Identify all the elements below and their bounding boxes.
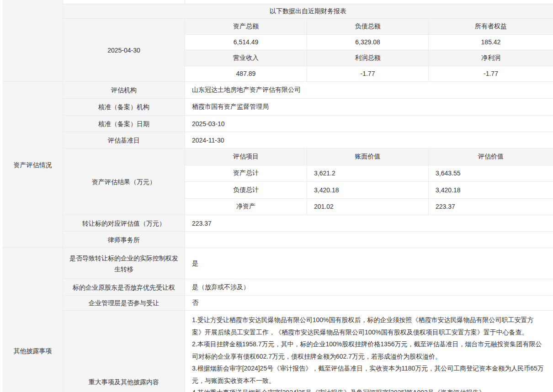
financial-value-row-1: 6,514.49 6,329.08 185.42: [185, 35, 553, 51]
disclosure-section: 其他披露事项 是否导致转让标的企业的实际控制权发生转移 是 标的企业原股东是否放…: [3, 248, 553, 392]
field-label-approval-agency: 核准（备案）机构: [63, 99, 185, 115]
financial-header-row-1: 资产总额 负债总额 所有者权益: [185, 19, 553, 35]
cell-total-profit: -1.77: [307, 66, 429, 82]
valuation-row-net-assets: 净资产 201.02 223.37: [185, 199, 553, 215]
major-disclosure-row: 重大事项及其他披露内容 1.受让方受让栖霞市安达民爆物品有限公司100%国有股权…: [63, 311, 553, 392]
valuation-subtable: 评估项目 账面价值 评估价值 资产总计 3,621.2 3,643.55 负债总…: [185, 148, 553, 215]
financial-group-cell: [3, 0, 63, 81]
field-value-base-date: 2024-11-30: [185, 132, 553, 148]
disclosure-item-3: 3.根据烟新会审字[2024]25号《审计报告》，截至评估基准日，实收资本为11…: [192, 362, 546, 387]
field-label-base-date: 评估基准日: [63, 132, 185, 148]
cell-revenue: 487.89: [185, 66, 307, 82]
field-row: 转让标的对应评估值（万元） 223.37: [63, 215, 553, 232]
field-row: 核准（备案）机构 栖霞市国有资产监督管理局: [63, 99, 553, 116]
col-header: 负债总额: [307, 19, 429, 34]
financial-section: 以下数据出自近期财务报表 2025-04-30 资产总额 负债总额 所有者权益 …: [3, 0, 553, 82]
field-row: 标的企业原股东是否放弃优先受让权 是（放弃或不涉及）: [63, 279, 553, 296]
field-value-preemptive-right: 是（放弃或不涉及）: [185, 279, 553, 295]
col-header: 评估价值: [429, 148, 553, 165]
cell-owner-equity: 185.42: [429, 35, 553, 50]
col-header: 营业收入: [185, 50, 307, 66]
field-label-target-value: 转让标的对应评估值（万元）: [63, 215, 185, 231]
financial-banner: 以下数据出自近期财务报表: [63, 4, 553, 19]
col-header: 净利润: [429, 50, 553, 66]
row-label: 资产总计: [185, 165, 307, 182]
field-value-management-participation: 否: [185, 296, 553, 310]
col-header: 利润总额: [307, 50, 429, 66]
valuation-header-row: 评估项目 账面价值 评估价值: [185, 148, 553, 165]
book-value: 3,621.2: [307, 165, 429, 182]
disclosure-group-label: 其他披露事项: [3, 248, 63, 392]
row-label: 净资产: [185, 199, 307, 215]
report-date-label: 2025-04-30: [63, 19, 185, 81]
financial-value-row-2: 487.89 -1.77 -1.77: [185, 66, 553, 82]
field-label-major-disclosure: 重大事项及其他披露内容: [63, 311, 185, 392]
field-label-law-firm: 律师事务所: [63, 232, 185, 248]
col-header: 所有者权益: [429, 19, 553, 34]
financial-header-row-2: 营业收入 利润总额 净利润: [185, 50, 553, 66]
appraised-value: 223.37: [429, 199, 553, 215]
cell-total-liabilities: 6,329.08: [307, 35, 429, 50]
cell-net-profit: -1.77: [429, 66, 553, 82]
field-row: 核准（备案）日期 2025-03-10: [63, 116, 553, 132]
field-label-control-transfer: 是否导致转让标的企业的实际控制权发生转移: [63, 248, 185, 279]
disclosure-item-1: 1.受让方受让栖霞市安达民爆物品有限公司100%国有股权后，标的企业须按照《栖霞…: [192, 314, 546, 338]
financial-data-row: 2025-04-30 资产总额 负债总额 所有者权益 6,514.49 6,32…: [63, 19, 553, 81]
field-label-preemptive-right: 标的企业原股东是否放弃优先受让权: [63, 279, 185, 295]
financial-banner-text: 以下数据出自近期财务报表: [270, 7, 346, 16]
appraised-value: 3,643.55: [429, 165, 553, 182]
field-value-target-value: 223.37: [185, 215, 553, 231]
financial-subtable: 资产总额 负债总额 所有者权益 6,514.49 6,329.08 185.42…: [185, 19, 553, 81]
field-label-approval-date: 核准（备案）日期: [63, 116, 185, 132]
col-header: 资产总额: [185, 19, 307, 34]
field-label-appraiser: 评估机构: [63, 82, 185, 98]
cutoff-value-cell: [185, 0, 553, 4]
field-row: 是否导致转让标的企业的实际控制权发生转移 是: [63, 248, 553, 279]
disclosure-item-2: 2.本项目挂牌金额1958.7万元，其中，标的企业100%股权挂牌价格1356万…: [192, 338, 546, 362]
valuation-group-label: 资产评估情况: [3, 82, 63, 248]
field-value-approval-date: 2025-03-10: [185, 116, 553, 132]
field-value-control-transfer: 是: [185, 248, 553, 279]
valuation-row-total-assets: 资产总计 3,621.2 3,643.55: [185, 165, 553, 182]
cutoff-row: [63, 0, 553, 4]
listing-detail-table: 以下数据出自近期财务报表 2025-04-30 资产总额 负债总额 所有者权益 …: [3, 0, 553, 392]
field-value-approval-agency: 栖霞市国有资产监督管理局: [185, 99, 553, 115]
valuation-row-total-liabilities: 负债总计 3,420.18 3,420.18: [185, 182, 553, 199]
field-label-valuation-result: 资产评估结果（万元）: [63, 148, 185, 215]
col-header: 账面价值: [307, 148, 429, 165]
disclosure-item-4: 4.其他重大事项详见烟新会审字[2024]25号《审计报告》及鲁冠评报字[202…: [192, 387, 546, 392]
book-value: 3,420.18: [307, 182, 429, 198]
valuation-section: 资产评估情况 评估机构 山东冠达土地房地产资产评估有限公司 核准（备案）机构 栖…: [3, 82, 553, 248]
field-row: 评估基准日 2024-11-30: [63, 132, 553, 148]
col-header: 评估项目: [185, 148, 307, 165]
cutoff-label-cell: [63, 0, 185, 4]
appraised-value: 3,420.18: [429, 182, 553, 198]
field-value-appraiser: 山东冠达土地房地产资产评估有限公司: [185, 82, 553, 98]
field-row: 律师事务所: [63, 232, 553, 248]
field-row: 企业管理层是否参与受让 否: [63, 296, 553, 311]
field-value-law-firm: [185, 232, 553, 248]
cell-total-assets: 6,514.49: [185, 35, 307, 50]
field-row: 评估机构 山东冠达土地房地产资产评估有限公司: [63, 82, 553, 99]
field-label-management-participation: 企业管理层是否参与受让: [63, 296, 185, 310]
row-label: 负债总计: [185, 182, 307, 198]
valuation-result-row: 资产评估结果（万元） 评估项目 账面价值 评估价值 资产总计 3,621.2 3…: [63, 148, 553, 215]
book-value: 201.02: [307, 199, 429, 215]
field-value-major-disclosure: 1.受让方受让栖霞市安达民爆物品有限公司100%国有股权后，标的企业须按照《栖霞…: [185, 311, 553, 392]
